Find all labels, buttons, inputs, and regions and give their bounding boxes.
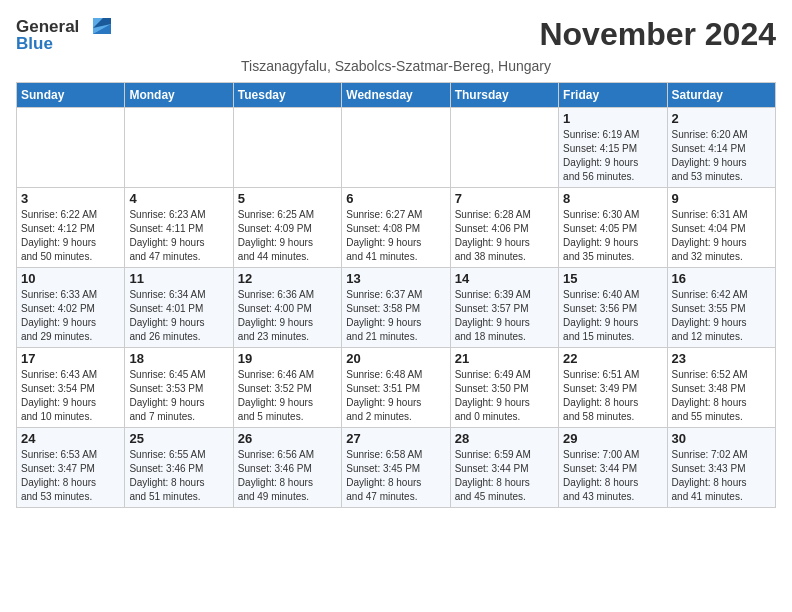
- day-info: Sunrise: 7:00 AM Sunset: 3:44 PM Dayligh…: [563, 448, 662, 504]
- day-number: 28: [455, 431, 554, 446]
- calendar-cell: 12Sunrise: 6:36 AM Sunset: 4:00 PM Dayli…: [233, 268, 341, 348]
- calendar-cell: 14Sunrise: 6:39 AM Sunset: 3:57 PM Dayli…: [450, 268, 558, 348]
- calendar-cell: [17, 108, 125, 188]
- day-number: 21: [455, 351, 554, 366]
- calendar-cell: 27Sunrise: 6:58 AM Sunset: 3:45 PM Dayli…: [342, 428, 450, 508]
- day-info: Sunrise: 6:46 AM Sunset: 3:52 PM Dayligh…: [238, 368, 337, 424]
- day-number: 23: [672, 351, 771, 366]
- day-info: Sunrise: 6:33 AM Sunset: 4:02 PM Dayligh…: [21, 288, 120, 344]
- subtitle: Tiszanagyfalu, Szabolcs-Szatmar-Bereg, H…: [16, 58, 776, 74]
- day-info: Sunrise: 6:52 AM Sunset: 3:48 PM Dayligh…: [672, 368, 771, 424]
- day-info: Sunrise: 6:53 AM Sunset: 3:47 PM Dayligh…: [21, 448, 120, 504]
- calendar-cell: 4Sunrise: 6:23 AM Sunset: 4:11 PM Daylig…: [125, 188, 233, 268]
- day-info: Sunrise: 6:27 AM Sunset: 4:08 PM Dayligh…: [346, 208, 445, 264]
- calendar-cell: 30Sunrise: 7:02 AM Sunset: 3:43 PM Dayli…: [667, 428, 775, 508]
- day-info: Sunrise: 6:56 AM Sunset: 3:46 PM Dayligh…: [238, 448, 337, 504]
- day-number: 8: [563, 191, 662, 206]
- day-number: 18: [129, 351, 228, 366]
- day-number: 9: [672, 191, 771, 206]
- logo: General Blue: [16, 16, 111, 54]
- weekday-header-friday: Friday: [559, 83, 667, 108]
- page-header: General Blue November 2024: [16, 16, 776, 54]
- day-number: 14: [455, 271, 554, 286]
- day-number: 5: [238, 191, 337, 206]
- calendar-cell: 7Sunrise: 6:28 AM Sunset: 4:06 PM Daylig…: [450, 188, 558, 268]
- calendar-cell: 29Sunrise: 7:00 AM Sunset: 3:44 PM Dayli…: [559, 428, 667, 508]
- weekday-header-thursday: Thursday: [450, 83, 558, 108]
- calendar-cell: 19Sunrise: 6:46 AM Sunset: 3:52 PM Dayli…: [233, 348, 341, 428]
- day-info: Sunrise: 6:34 AM Sunset: 4:01 PM Dayligh…: [129, 288, 228, 344]
- day-info: Sunrise: 6:40 AM Sunset: 3:56 PM Dayligh…: [563, 288, 662, 344]
- calendar-cell: 26Sunrise: 6:56 AM Sunset: 3:46 PM Dayli…: [233, 428, 341, 508]
- day-info: Sunrise: 6:20 AM Sunset: 4:14 PM Dayligh…: [672, 128, 771, 184]
- calendar-cell: 10Sunrise: 6:33 AM Sunset: 4:02 PM Dayli…: [17, 268, 125, 348]
- calendar-cell: [342, 108, 450, 188]
- weekday-header-monday: Monday: [125, 83, 233, 108]
- calendar-cell: 9Sunrise: 6:31 AM Sunset: 4:04 PM Daylig…: [667, 188, 775, 268]
- weekday-header-sunday: Sunday: [17, 83, 125, 108]
- day-info: Sunrise: 6:58 AM Sunset: 3:45 PM Dayligh…: [346, 448, 445, 504]
- calendar-cell: 6Sunrise: 6:27 AM Sunset: 4:08 PM Daylig…: [342, 188, 450, 268]
- day-number: 1: [563, 111, 662, 126]
- calendar-table: SundayMondayTuesdayWednesdayThursdayFrid…: [16, 82, 776, 508]
- day-number: 16: [672, 271, 771, 286]
- calendar-cell: 11Sunrise: 6:34 AM Sunset: 4:01 PM Dayli…: [125, 268, 233, 348]
- day-number: 19: [238, 351, 337, 366]
- day-info: Sunrise: 6:37 AM Sunset: 3:58 PM Dayligh…: [346, 288, 445, 344]
- day-number: 20: [346, 351, 445, 366]
- day-number: 24: [21, 431, 120, 446]
- day-info: Sunrise: 6:23 AM Sunset: 4:11 PM Dayligh…: [129, 208, 228, 264]
- day-info: Sunrise: 6:51 AM Sunset: 3:49 PM Dayligh…: [563, 368, 662, 424]
- day-number: 13: [346, 271, 445, 286]
- day-number: 11: [129, 271, 228, 286]
- calendar-cell: [233, 108, 341, 188]
- calendar-cell: 1Sunrise: 6:19 AM Sunset: 4:15 PM Daylig…: [559, 108, 667, 188]
- weekday-header-wednesday: Wednesday: [342, 83, 450, 108]
- day-number: 15: [563, 271, 662, 286]
- day-number: 29: [563, 431, 662, 446]
- day-number: 17: [21, 351, 120, 366]
- day-info: Sunrise: 7:02 AM Sunset: 3:43 PM Dayligh…: [672, 448, 771, 504]
- day-info: Sunrise: 6:28 AM Sunset: 4:06 PM Dayligh…: [455, 208, 554, 264]
- calendar-cell: 20Sunrise: 6:48 AM Sunset: 3:51 PM Dayli…: [342, 348, 450, 428]
- calendar-cell: 17Sunrise: 6:43 AM Sunset: 3:54 PM Dayli…: [17, 348, 125, 428]
- day-info: Sunrise: 6:49 AM Sunset: 3:50 PM Dayligh…: [455, 368, 554, 424]
- day-info: Sunrise: 6:31 AM Sunset: 4:04 PM Dayligh…: [672, 208, 771, 264]
- calendar-cell: 16Sunrise: 6:42 AM Sunset: 3:55 PM Dayli…: [667, 268, 775, 348]
- calendar-cell: 25Sunrise: 6:55 AM Sunset: 3:46 PM Dayli…: [125, 428, 233, 508]
- calendar-cell: 21Sunrise: 6:49 AM Sunset: 3:50 PM Dayli…: [450, 348, 558, 428]
- weekday-header-saturday: Saturday: [667, 83, 775, 108]
- calendar-cell: [125, 108, 233, 188]
- day-number: 2: [672, 111, 771, 126]
- day-info: Sunrise: 6:36 AM Sunset: 4:00 PM Dayligh…: [238, 288, 337, 344]
- month-title: November 2024: [539, 16, 776, 53]
- day-number: 3: [21, 191, 120, 206]
- calendar-cell: 13Sunrise: 6:37 AM Sunset: 3:58 PM Dayli…: [342, 268, 450, 348]
- calendar-cell: 22Sunrise: 6:51 AM Sunset: 3:49 PM Dayli…: [559, 348, 667, 428]
- day-info: Sunrise: 6:39 AM Sunset: 3:57 PM Dayligh…: [455, 288, 554, 344]
- day-info: Sunrise: 6:43 AM Sunset: 3:54 PM Dayligh…: [21, 368, 120, 424]
- calendar-cell: 23Sunrise: 6:52 AM Sunset: 3:48 PM Dayli…: [667, 348, 775, 428]
- calendar-cell: 5Sunrise: 6:25 AM Sunset: 4:09 PM Daylig…: [233, 188, 341, 268]
- calendar-cell: 3Sunrise: 6:22 AM Sunset: 4:12 PM Daylig…: [17, 188, 125, 268]
- day-info: Sunrise: 6:30 AM Sunset: 4:05 PM Dayligh…: [563, 208, 662, 264]
- day-number: 30: [672, 431, 771, 446]
- day-number: 22: [563, 351, 662, 366]
- day-info: Sunrise: 6:19 AM Sunset: 4:15 PM Dayligh…: [563, 128, 662, 184]
- day-info: Sunrise: 6:48 AM Sunset: 3:51 PM Dayligh…: [346, 368, 445, 424]
- calendar-cell: [450, 108, 558, 188]
- day-info: Sunrise: 6:42 AM Sunset: 3:55 PM Dayligh…: [672, 288, 771, 344]
- day-number: 12: [238, 271, 337, 286]
- day-number: 7: [455, 191, 554, 206]
- day-number: 25: [129, 431, 228, 446]
- day-info: Sunrise: 6:55 AM Sunset: 3:46 PM Dayligh…: [129, 448, 228, 504]
- calendar-cell: 18Sunrise: 6:45 AM Sunset: 3:53 PM Dayli…: [125, 348, 233, 428]
- calendar-cell: 2Sunrise: 6:20 AM Sunset: 4:14 PM Daylig…: [667, 108, 775, 188]
- day-number: 26: [238, 431, 337, 446]
- weekday-header-tuesday: Tuesday: [233, 83, 341, 108]
- calendar-cell: 15Sunrise: 6:40 AM Sunset: 3:56 PM Dayli…: [559, 268, 667, 348]
- logo-icon: [83, 16, 111, 38]
- day-number: 27: [346, 431, 445, 446]
- day-info: Sunrise: 6:25 AM Sunset: 4:09 PM Dayligh…: [238, 208, 337, 264]
- day-info: Sunrise: 6:45 AM Sunset: 3:53 PM Dayligh…: [129, 368, 228, 424]
